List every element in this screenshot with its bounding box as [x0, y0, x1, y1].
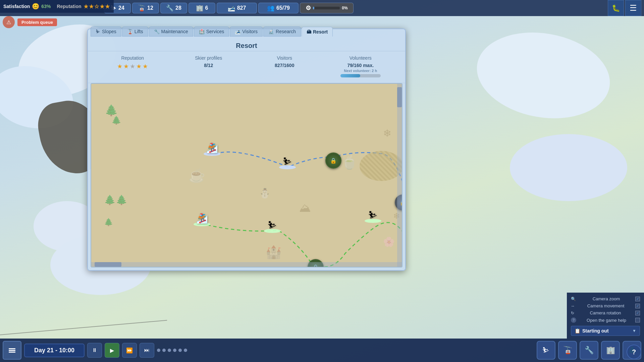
workers-value: 65/79	[276, 5, 290, 11]
slope-tool-icon: ⛷	[542, 346, 550, 355]
map-scrollbar-vertical[interactable]	[397, 84, 402, 267]
problem-queue-label[interactable]: Problem queue	[17, 18, 57, 26]
camera-zoom-option: 🔍 Camera zoom ✓	[571, 295, 640, 302]
maintenance-stat[interactable]: 🔧 28	[160, 3, 187, 13]
buildings-stat[interactable]: 🏢 6	[189, 3, 215, 13]
lock-node-1[interactable]: 🔒	[325, 153, 341, 169]
maintenance-icon: 🔧	[166, 4, 173, 12]
dialog-title: Resort	[88, 39, 405, 51]
map-doodle-snowflake1: ❄	[383, 127, 391, 139]
visitors-block: Visitors 827/1600	[247, 55, 323, 79]
settings-progress-bar	[313, 7, 340, 9]
slope-tool-button[interactable]: ⛷	[537, 341, 555, 360]
building-tool-button[interactable]: 🏢	[601, 341, 620, 360]
resort-map[interactable]: 🌲 🌲 ☕ 🍵 ❄ ❄ ⛰ 🏰 ⛄ 🌸 🌲🌲 🌲 🏂 ⛷	[91, 83, 402, 267]
settings-stat[interactable]: ⚙ 0%	[300, 3, 354, 13]
volunteers-current: 79/160 max.	[323, 63, 399, 68]
reputation-block: Reputation ★ ★ ★ ★ ★	[95, 55, 171, 79]
services-tab-label: Services	[206, 29, 224, 34]
bug-report-button[interactable]: 🐛	[608, 0, 624, 16]
fastest-forward-button[interactable]: ⏭	[140, 343, 154, 358]
satisfaction-label: Satisfaction	[3, 4, 30, 9]
tab-visitors[interactable]: 🎿 Visitors	[230, 26, 263, 37]
map-background: 🌲 🌲 ☕ 🍵 ❄ ❄ ⛰ 🏰 ⛄ 🌸 🌲🌲 🌲 🏂 ⛷	[91, 84, 402, 267]
play-button[interactable]: ▶	[105, 343, 119, 358]
volunteers-progress-fill	[340, 74, 360, 77]
dot-5	[178, 349, 182, 352]
workers-stat[interactable]: 👥 65/79	[258, 3, 299, 13]
skier-token-3: 🏂	[192, 208, 212, 231]
camera-rotation-checkbox[interactable]: ✓	[635, 311, 640, 315]
camera-movement-checkbox[interactable]: ✓	[635, 304, 640, 308]
open-help-checkbox[interactable]	[635, 318, 640, 322]
lifts-icon: 🚡	[138, 4, 145, 12]
maintenance-tool-button[interactable]: 🔧	[580, 341, 598, 360]
dot-3	[168, 349, 171, 352]
fast-forward-button[interactable]: ⏩	[122, 343, 137, 358]
fast-forward-icon: ⏩	[126, 347, 133, 354]
volunteers-progress-bar	[340, 74, 381, 77]
fastest-forward-icon: ⏭	[144, 347, 150, 353]
satisfaction-emoji: 😊	[32, 3, 39, 10]
tab-slopes[interactable]: ⛷ Slopes	[91, 26, 121, 37]
slopes-tab-icon: ⛷	[96, 29, 100, 34]
visitors-tab-label: Visitors	[242, 29, 258, 34]
layers-icon	[7, 346, 17, 355]
visitors-icon: 🎿	[228, 4, 235, 12]
map-doodle-coffee: ☕	[189, 168, 205, 183]
map-doodle-mountains: ⛰	[299, 201, 311, 215]
settings-percent: 0%	[342, 6, 347, 10]
skier-profiles-value: 8/12	[171, 63, 247, 68]
skier-profiles-block: Skier profiles 8/12	[171, 55, 247, 79]
dot-4	[173, 349, 176, 352]
layers-button[interactable]	[3, 341, 21, 360]
slopes-value: 24	[118, 5, 124, 11]
map-doodle-trees2: 🌲	[104, 218, 113, 227]
skier-token-4: ⛷	[262, 215, 282, 238]
visitors-block-label: Visitors	[247, 55, 323, 61]
tab-research[interactable]: 🔬 Research	[263, 26, 301, 37]
camera-controls-panel: 🔍 Camera zoom ✓ ↔ Camera movement ✓ ↻ Ca…	[567, 293, 644, 339]
reputation-stars-display: ★ ★ ★ ★ ★	[95, 63, 171, 70]
camera-rotation-icon: ↻	[571, 311, 574, 315]
maintenance-value: 28	[175, 5, 181, 11]
resort-tab-label: Resort	[313, 29, 328, 35]
buildings-icon: 🏢	[196, 4, 203, 12]
skier-profiles-label: Skier profiles	[171, 55, 247, 61]
reputation-block-title: Reputation	[95, 55, 171, 61]
tab-bar: ⛷ Slopes 🚡 Lifts 🔧 Maintenance 🏥 Service…	[88, 26, 405, 37]
map-doodle-tree2: 🌲	[111, 116, 121, 125]
svg-rect-2	[9, 352, 15, 353]
workers-icon: 👥	[267, 4, 274, 12]
camera-zoom-checkbox[interactable]: ✓	[635, 297, 640, 301]
help-button[interactable]: ?	[627, 345, 641, 359]
pause-button[interactable]: ⏸	[87, 343, 102, 358]
tab-resort[interactable]: 🏔 Resort	[302, 27, 333, 37]
camera-rotation-label: Camera rotation	[590, 310, 621, 315]
lift-tool-button[interactable]: 🚡	[558, 341, 577, 360]
starting-out-icon: 📋	[575, 328, 580, 334]
dialog-stats-row: Reputation ★ ★ ★ ★ ★ Skier profiles 8/12…	[88, 51, 405, 83]
tab-services[interactable]: 🏥 Services	[194, 26, 229, 37]
open-help-option: ? Open the game help	[571, 316, 640, 324]
tab-maintenance[interactable]: 🔧 Maintenance	[149, 26, 193, 37]
visitors-tab-icon: 🎿	[235, 29, 240, 34]
lifts-stat[interactable]: 🚡 12	[132, 3, 159, 13]
volunteers-next: Next volunteer: 2 h	[323, 69, 399, 73]
settings-progress-fill	[313, 7, 314, 9]
camera-movement-icon: ↔	[571, 304, 575, 308]
visitors-stat[interactable]: 🎿 827	[217, 3, 257, 13]
resort-tab-icon: 🏔	[307, 29, 311, 35]
problem-queue-container: ⚠ Problem queue	[3, 16, 57, 28]
tab-lifts[interactable]: 🚡 Lifts	[122, 26, 148, 37]
menu-button[interactable]: ☰	[625, 0, 641, 16]
map-doodle-castle: 🏰	[266, 245, 281, 259]
skier-token-2: ⛷	[277, 151, 298, 174]
building-tool-icon: 🏢	[606, 346, 615, 355]
starting-out-button[interactable]: 📋 Starting out ▼	[571, 326, 640, 336]
map-scrollbar-horizontal[interactable]	[91, 262, 402, 267]
map-doodle-trees-left: 🌲🌲	[104, 194, 127, 205]
skier-token-1: 🏂	[202, 137, 222, 161]
slopes-tab-label: Slopes	[102, 29, 116, 34]
services-tab-icon: 🏥	[199, 29, 205, 34]
